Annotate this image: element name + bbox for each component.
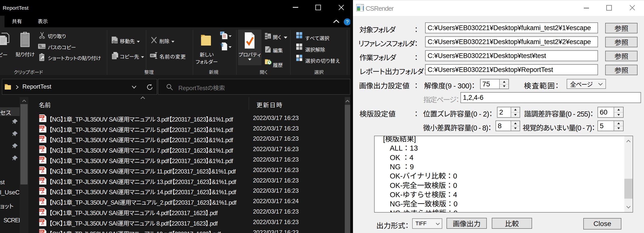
svg-text:PDF: PDF (40, 178, 44, 180)
svg-text:PDF: PDF (40, 188, 44, 191)
svg-text:PDF: PDF (40, 209, 44, 211)
svg-text:PDF: PDF (40, 219, 44, 222)
svg-text:PDF: PDF (40, 115, 44, 118)
svg-text:PDF: PDF (40, 126, 44, 128)
svg-text:PDF: PDF (40, 199, 44, 201)
svg-text:PDF: PDF (40, 157, 44, 160)
svg-text:PDF: PDF (40, 230, 44, 232)
svg-text:PDF: PDF (40, 147, 44, 149)
svg-text:PDF: PDF (40, 167, 44, 170)
svg-text:?: ? (346, 19, 348, 25)
svg-text:PDF: PDF (40, 136, 44, 139)
